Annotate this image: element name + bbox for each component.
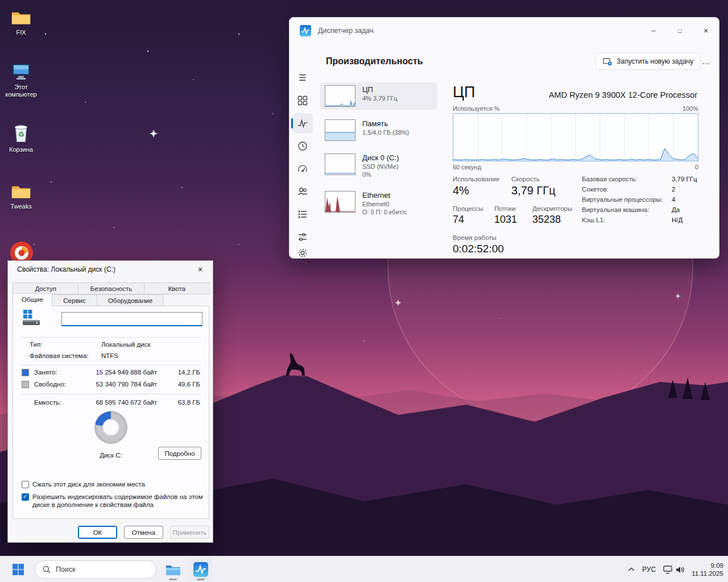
users-icon xyxy=(297,186,308,197)
tab-access[interactable]: Доступ xyxy=(13,282,78,294)
detail-label: Кэш L1: xyxy=(582,217,672,224)
start-button[interactable] xyxy=(7,558,30,581)
stat-label: Скорость xyxy=(511,176,540,182)
volume-icon xyxy=(676,566,684,573)
stat-value-usage: 4% xyxy=(453,184,469,197)
windows-logo-icon xyxy=(12,563,24,576)
taskbar-clock[interactable]: 9:09 11.11.2025 xyxy=(692,562,723,577)
volume-label-input[interactable] xyxy=(61,312,202,326)
graph-min-label: 0 xyxy=(695,164,698,171)
settings-gear-icon xyxy=(297,248,308,258)
task-manager-titlebar[interactable]: Диспетчер задач ─ □ ✕ xyxy=(289,18,719,44)
detail-value: 4 xyxy=(672,196,675,203)
perf-item-ethernet[interactable]: Ethernet Ethernet0 О: 0 П: 0 кбит/с xyxy=(320,188,437,219)
sidebar-item-startup-apps[interactable] xyxy=(292,159,313,179)
allow-indexing-label: Разрешить индексировать содержимое файло… xyxy=(32,493,203,509)
detail-label: Базовая скорость: xyxy=(582,176,672,183)
file-explorer-icon xyxy=(166,563,181,576)
used-bytes: 15 254 949 888 байт xyxy=(89,369,157,376)
tab-tools[interactable]: Сервис xyxy=(52,294,97,306)
allow-indexing-checkbox[interactable] xyxy=(22,493,29,501)
sidebar-item-app-history[interactable] xyxy=(292,136,313,156)
perf-item-cpu[interactable]: ЦП 4% 3,79 ГГц xyxy=(320,82,437,110)
ethernet-thumbnail-graph xyxy=(325,191,355,213)
task-manager-app-icon xyxy=(300,25,311,36)
cancel-button[interactable]: Отмена xyxy=(124,526,163,539)
tab-general[interactable]: Общие xyxy=(13,293,52,306)
cpu-usage-graph xyxy=(453,113,698,161)
tray-chevron-up-icon[interactable] xyxy=(628,567,635,572)
disk-thumbnail-graph xyxy=(325,153,355,175)
desktop-icon-tweaks[interactable]: Tweaks xyxy=(1,183,42,210)
perf-item-detail: 1,5/4,0 ГБ (38%) xyxy=(362,128,409,136)
free-bytes: 53 340 790 784 байт xyxy=(89,381,157,388)
perf-item-name: ЦП xyxy=(362,85,398,94)
tray-date: 11.11.2025 xyxy=(692,569,723,577)
dialog-close-button[interactable]: ✕ xyxy=(188,261,213,278)
desktop-icon-label: Этот компьютер xyxy=(1,84,42,98)
keyboard-language-indicator[interactable]: РУС xyxy=(642,566,656,573)
compress-disk-checkbox[interactable] xyxy=(22,481,29,488)
used-color-swatch xyxy=(22,369,29,376)
system-tray[interactable] xyxy=(663,566,684,574)
stat-label: Потоки xyxy=(494,205,515,212)
detail-label: Виртуальная машина: xyxy=(582,206,672,214)
graph-timespan-label: 60 секунд xyxy=(453,164,481,171)
stat-value-processes: 74 xyxy=(453,214,464,226)
capacity-size: 63,8 ГБ xyxy=(160,399,200,406)
capacity-label: Емкость: xyxy=(34,399,61,406)
details-button[interactable]: Подробно xyxy=(158,447,201,460)
network-icon xyxy=(663,566,673,574)
free-size: 49,6 ГБ xyxy=(160,381,200,388)
tab-hardware[interactable]: Оборудование xyxy=(97,294,164,306)
perf-item-memory[interactable]: Память 1,5/4,0 ГБ (38%) xyxy=(320,117,437,144)
perf-item-name: Ethernet xyxy=(362,191,407,200)
taskbar-search[interactable]: Поиск xyxy=(35,560,156,579)
type-value: Локальный диск xyxy=(101,341,150,348)
disk-properties-dialog: Свойства: Локальный диск (C:) ✕ Доступ Б… xyxy=(7,260,213,543)
desktop-icon-fix[interactable]: FIX xyxy=(1,9,42,36)
perf-item-detail2: 0% xyxy=(362,171,399,178)
taskbar-file-explorer[interactable] xyxy=(162,558,184,581)
sidebar-item-users[interactable] xyxy=(292,181,313,202)
tab-quota[interactable]: Квота xyxy=(144,282,210,294)
menu-icon[interactable]: ☰ xyxy=(293,70,312,86)
dialog-titlebar[interactable]: Свойства: Локальный диск (C:) xyxy=(8,261,213,278)
minimize-button[interactable]: ─ xyxy=(640,18,667,44)
page-title: Производительность xyxy=(326,56,423,66)
sidebar-item-details[interactable] xyxy=(292,204,313,225)
compress-disk-label: Сжать этот диск для экономии места xyxy=(32,480,203,488)
sidebar-item-performance[interactable] xyxy=(292,113,313,134)
computer-icon xyxy=(10,63,32,81)
stat-label: Процессы xyxy=(453,205,483,212)
stat-value-handles: 35238 xyxy=(532,214,561,226)
disk-usage-donut-chart xyxy=(95,411,127,443)
perf-item-disk[interactable]: Диск 0 (C:) SSD (NVMe) 0% xyxy=(320,151,437,181)
sidebar-item-processes[interactable] xyxy=(292,90,313,111)
graph-label: Используется % xyxy=(453,105,500,112)
type-row: Тип: Локальный диск xyxy=(30,341,150,348)
disk-chart-label: Диск C: xyxy=(88,452,134,459)
startup-gauge-icon xyxy=(297,164,308,174)
detail-value: Да xyxy=(672,206,680,214)
maximize-button[interactable]: □ xyxy=(667,18,693,44)
used-label: Занято: xyxy=(34,369,57,376)
stat-label: Использование xyxy=(453,176,499,182)
desktop-icon-recycle-bin[interactable]: ♻ Корзина xyxy=(1,123,42,153)
search-icon xyxy=(43,566,51,573)
sidebar-item-settings[interactable] xyxy=(292,243,313,259)
desktop-icon-label: FIX xyxy=(16,29,26,36)
tab-security[interactable]: Безопасность xyxy=(78,282,144,294)
run-new-task-button[interactable]: Запустить новую задачу xyxy=(595,53,701,70)
detail-value: 3,79 ГГц xyxy=(672,176,697,183)
processor-name: AMD Ryzen 9 3900X 12-Core Processor xyxy=(549,90,697,99)
filesystem-value: NTFS xyxy=(101,352,118,359)
close-button[interactable]: ✕ xyxy=(693,18,719,44)
detail-label: Виртуальные процессоры: xyxy=(582,196,672,203)
desktop-icon-this-pc[interactable]: Этот компьютер xyxy=(1,63,42,98)
more-options-button[interactable]: … xyxy=(697,54,715,69)
apply-button[interactable]: Применить xyxy=(170,526,209,539)
filesystem-label: Файловая система: xyxy=(30,352,101,359)
taskbar-task-manager[interactable] xyxy=(189,558,212,581)
ok-button[interactable]: ОК xyxy=(78,526,117,539)
